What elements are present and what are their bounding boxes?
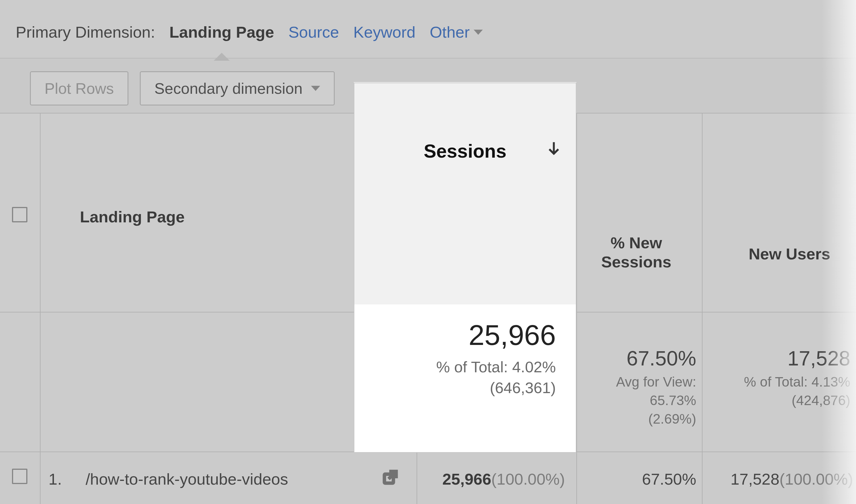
summary-sessions-sub1: % of Total: 4.02%: [436, 358, 556, 375]
dimension-tab-other[interactable]: Other: [430, 23, 483, 41]
row-pct-new-sessions-cell: 67.50%: [582, 470, 696, 488]
summary-new-users-value: 17,528: [708, 347, 850, 370]
primary-dimension-label: Primary Dimension:: [16, 23, 155, 41]
caret-down-icon: [474, 30, 483, 35]
row-index: 1.: [49, 470, 62, 488]
column-header-new-users[interactable]: New Users: [705, 245, 848, 263]
summary-pct-new-sessions-sub3: (2.69%): [648, 411, 696, 427]
table-header-row: Landing Page Sessions % New Sessions New…: [0, 113, 856, 312]
row-checkbox[interactable]: [12, 469, 28, 484]
summary-pct-new-sessions-cell: 67.50% Avg for View: 65.73% (2.69%): [579, 347, 699, 428]
summary-new-users-cell: 17,528 % of Total: 4.13% (424,876): [708, 347, 853, 410]
dimension-tab-source[interactable]: Source: [289, 23, 339, 41]
secondary-dimension-dropdown[interactable]: Secondary dimension: [140, 71, 335, 106]
row-sessions-cell: 25,966(100.00%): [365, 470, 565, 488]
row-sessions-pct: (100.00%): [491, 470, 565, 488]
dimension-tab-landing-page[interactable]: Landing Page: [170, 23, 274, 41]
summary-sessions-sub2: (646,361): [490, 379, 556, 396]
plot-rows-label: Plot Rows: [45, 79, 114, 97]
column-header-landing-page[interactable]: Landing Page: [80, 208, 185, 226]
select-all-checkbox[interactable]: [12, 207, 28, 222]
column-header-sessions[interactable]: Sessions: [354, 83, 576, 305]
sort-descending-icon: [546, 140, 562, 159]
primary-dimension-bar: Primary Dimension: Landing Page Source K…: [0, 0, 856, 58]
summary-new-users-sub2: (424,876): [792, 393, 850, 408]
row-landing-page[interactable]: /how-to-rank-youtube-videos: [86, 470, 288, 488]
row-new-users-value: 17,528: [731, 470, 779, 488]
row-new-users-cell: 17,528(100.00%): [705, 470, 853, 488]
table-row: 1. /how-to-rank-youtube-videos 25,966(10…: [0, 452, 856, 504]
row-sessions-value: 25,966: [442, 470, 491, 488]
secondary-dimension-label: Secondary dimension: [154, 79, 303, 97]
summary-sessions-value: 25,966: [468, 319, 556, 352]
dimension-other-label: Other: [430, 23, 470, 41]
dimension-tab-keyword[interactable]: Keyword: [353, 23, 415, 41]
summary-pct-new-sessions-sub1: Avg for View:: [616, 374, 696, 390]
sessions-header-label: Sessions: [424, 140, 507, 162]
data-table: Landing Page Sessions % New Sessions New…: [0, 113, 856, 504]
column-header-pct-new-sessions[interactable]: % New Sessions: [579, 233, 694, 271]
caret-down-icon: [311, 86, 320, 91]
summary-sessions-cell: 25,966 % of Total: 4.02% (646,361): [354, 304, 576, 453]
summary-pct-new-sessions-sub2: 65.73%: [650, 393, 696, 408]
table-summary-row: 25,966 % of Total: 4.02% (646,361) 67.50…: [0, 312, 856, 452]
summary-pct-new-sessions-value: 67.50%: [579, 347, 696, 370]
plot-rows-button[interactable]: Plot Rows: [30, 71, 129, 106]
row-new-users-pct: (100.00%): [780, 470, 853, 488]
table-controls: Plot Rows Secondary dimension: [30, 71, 335, 106]
summary-new-users-sub1: % of Total: 4.13%: [744, 374, 850, 390]
